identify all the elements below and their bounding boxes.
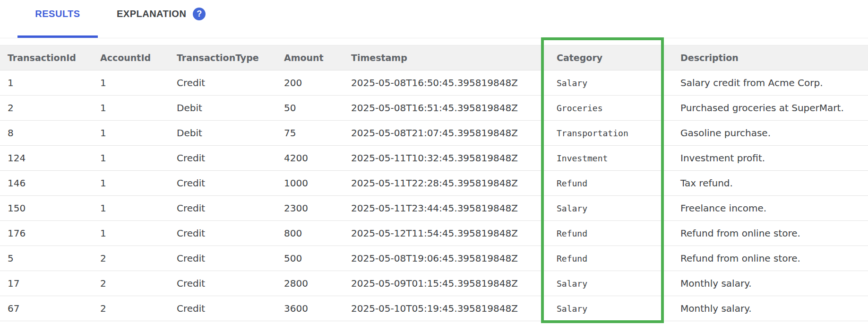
cell-description: Monthly salary. [673, 271, 868, 296]
table-row: 81Debit752025-05-08T21:07:45.395819848ZT… [0, 121, 868, 146]
cell-description: Refund from online store. [673, 221, 868, 246]
cell-accountid: 1 [93, 171, 169, 196]
cell-transactionid: 1 [0, 70, 93, 96]
cell-timestamp: 2025-05-08T16:51:45.395819848Z [344, 96, 549, 121]
column-header-timestamp: Timestamp [344, 45, 549, 70]
cell-category: Salary [549, 271, 673, 296]
cell-description: Tax refund. [673, 171, 868, 196]
cell-category: Salary [549, 196, 673, 221]
cell-timestamp: 2025-05-11T22:28:45.395819848Z [344, 171, 549, 196]
cell-category: Transportation [549, 121, 673, 146]
cell-transactiontype: Credit [169, 221, 276, 246]
cell-category: Refund [549, 171, 673, 196]
cell-category: Salary [549, 70, 673, 96]
cell-timestamp: 2025-05-08T21:07:45.395819848Z [344, 121, 549, 146]
column-header-transactiontype: TransactionType [169, 45, 276, 70]
table-row: 11Credit2002025-05-08T16:50:45.395819848… [0, 70, 868, 96]
cell-transactiontype: Credit [169, 271, 276, 296]
column-header-category: Category [549, 45, 673, 70]
cell-transactiontype: Credit [169, 196, 276, 221]
column-header-description: Description [673, 45, 868, 70]
cell-transactionid: 176 [0, 221, 93, 246]
cell-transactionid: 150 [0, 196, 93, 221]
cell-accountid: 1 [93, 146, 169, 171]
cell-category: Groceries [549, 96, 673, 121]
cell-transactiontype: Credit [169, 146, 276, 171]
cell-timestamp: 2025-05-09T01:15:45.395819848Z [344, 271, 549, 296]
cell-transactionid: 146 [0, 171, 93, 196]
table-row: 52Credit5002025-05-08T19:06:45.395819848… [0, 246, 868, 271]
cell-transactionid: 2 [0, 96, 93, 121]
cell-accountid: 2 [93, 246, 169, 271]
table-row: 1241Credit42002025-05-11T10:32:45.395819… [0, 146, 868, 171]
cell-timestamp: 2025-05-12T11:54:45.395819848Z [344, 221, 549, 246]
cell-amount: 1000 [276, 171, 344, 196]
results-table: TransactionId AccountId TransactionType … [0, 45, 868, 321]
tabbar-table-gap [0, 38, 868, 45]
table-row: 672Credit36002025-05-10T05:19:45.3958198… [0, 296, 868, 321]
cell-accountid: 1 [93, 221, 169, 246]
tab-results[interactable]: RESULTS [17, 0, 98, 38]
cell-transactiontype: Credit [169, 246, 276, 271]
cell-category: Refund [549, 246, 673, 271]
tab-explanation[interactable]: EXPLANATION [98, 0, 193, 38]
tab-explanation-label: EXPLANATION [117, 9, 186, 19]
active-tab-underline [17, 35, 98, 38]
cell-amount: 2800 [276, 271, 344, 296]
table-header-row: TransactionId AccountId TransactionType … [0, 45, 868, 70]
cell-accountid: 1 [93, 121, 169, 146]
cell-accountid: 1 [93, 96, 169, 121]
cell-description: Salary credit from Acme Corp. [673, 70, 868, 96]
cell-accountid: 1 [93, 70, 169, 96]
cell-description: Investment profit. [673, 146, 868, 171]
cell-timestamp: 2025-05-08T19:06:45.395819848Z [344, 246, 549, 271]
cell-amount: 50 [276, 96, 344, 121]
cell-description: Purchased groceries at SuperMart. [673, 96, 868, 121]
tab-results-label: RESULTS [35, 9, 80, 19]
table-row: 172Credit28002025-05-09T01:15:45.3958198… [0, 271, 868, 296]
cell-amount: 500 [276, 246, 344, 271]
cell-timestamp: 2025-05-11T23:44:45.395819848Z [344, 196, 549, 221]
cell-transactionid: 67 [0, 296, 93, 321]
cell-amount: 75 [276, 121, 344, 146]
cell-category: Salary [549, 296, 673, 321]
cell-amount: 800 [276, 221, 344, 246]
column-header-accountid: AccountId [93, 45, 169, 70]
cell-amount: 2300 [276, 196, 344, 221]
cell-transactionid: 17 [0, 271, 93, 296]
table-body: 11Credit2002025-05-08T16:50:45.395819848… [0, 70, 868, 321]
column-header-transactionid: TransactionId [0, 45, 93, 70]
cell-transactionid: 8 [0, 121, 93, 146]
cell-timestamp: 2025-05-08T16:50:45.395819848Z [344, 70, 549, 96]
cell-transactiontype: Credit [169, 171, 276, 196]
cell-amount: 200 [276, 70, 344, 96]
help-icon[interactable]: ? [193, 8, 206, 20]
cell-accountid: 2 [93, 296, 169, 321]
cell-transactiontype: Credit [169, 70, 276, 96]
cell-transactiontype: Debit [169, 96, 276, 121]
column-header-amount: Amount [276, 45, 344, 70]
cell-timestamp: 2025-05-11T10:32:45.395819848Z [344, 146, 549, 171]
cell-timestamp: 2025-05-10T05:19:45.395819848Z [344, 296, 549, 321]
cell-amount: 3600 [276, 296, 344, 321]
cell-transactionid: 124 [0, 146, 93, 171]
table-row: 1461Credit10002025-05-11T22:28:45.395819… [0, 171, 868, 196]
cell-transactiontype: Credit [169, 296, 276, 321]
table-row: 1761Credit8002025-05-12T11:54:45.3958198… [0, 221, 868, 246]
cell-description: Freelance income. [673, 196, 868, 221]
table-row: 1501Credit23002025-05-11T23:44:45.395819… [0, 196, 868, 221]
cell-description: Refund from online store. [673, 246, 868, 271]
cell-accountid: 2 [93, 271, 169, 296]
cell-transactiontype: Debit [169, 121, 276, 146]
cell-category: Refund [549, 221, 673, 246]
cell-amount: 4200 [276, 146, 344, 171]
tab-bar: RESULTS EXPLANATION ? [0, 0, 868, 38]
cell-description: Monthly salary. [673, 296, 868, 321]
table-row: 21Debit502025-05-08T16:51:45.395819848ZG… [0, 96, 868, 121]
cell-transactionid: 5 [0, 246, 93, 271]
cell-category: Investment [549, 146, 673, 171]
cell-accountid: 1 [93, 196, 169, 221]
cell-description: Gasoline purchase. [673, 121, 868, 146]
